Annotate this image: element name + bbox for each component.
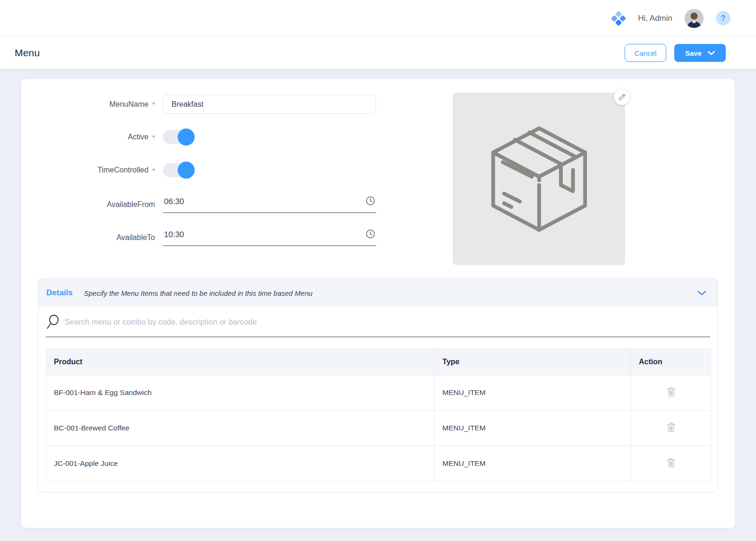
trash-icon [667, 458, 675, 467]
trash-icon [667, 387, 675, 396]
availableto-value[interactable]: 10:30 [163, 229, 376, 245]
table-row: JC-001-Apple Juice MENU_ITEM [46, 446, 711, 481]
save-button[interactable]: Save [674, 44, 726, 62]
clock-icon[interactable] [366, 196, 375, 207]
search-input[interactable] [65, 318, 710, 326]
cell-product: BF-001-Ham & Egg Sandwich [46, 375, 435, 411]
search-section [46, 307, 710, 337]
table-header-row: Product Type Action [46, 349, 711, 375]
availablefrom-label: AvailableFrom [107, 200, 155, 209]
page-header: Menu Cancel Save [0, 37, 756, 69]
details-subtitle: Specify the Menu Items that need to be i… [84, 289, 313, 297]
cell-product: JC-001-Apple Juice [46, 446, 435, 481]
cell-type: MENU_ITEM [435, 411, 631, 446]
field-row-availableto: AvailableTo 10:30 [21, 229, 395, 246]
page-title: Menu [15, 47, 40, 59]
availablefrom-field[interactable]: 06:30 [163, 196, 376, 213]
menu-image-placeholder [453, 93, 625, 265]
details-title[interactable]: Details [46, 288, 73, 298]
field-row-availablefrom: AvailableFrom 06:30 [21, 196, 395, 213]
delete-item-button[interactable] [667, 387, 675, 398]
content-area: MenuName * Active * TimeControlled * [0, 69, 756, 528]
trash-icon [667, 422, 675, 432]
clock-icon[interactable] [366, 229, 375, 240]
pencil-icon [618, 93, 626, 101]
required-marker: * [152, 134, 155, 141]
cancel-button[interactable]: Cancel [625, 44, 666, 62]
header-actions: Cancel Save [625, 44, 726, 62]
search-icon [46, 314, 61, 330]
collapse-chevron-icon[interactable] [697, 291, 706, 296]
user-avatar[interactable] [685, 9, 704, 28]
edit-image-button[interactable] [614, 89, 630, 105]
active-toggle[interactable] [163, 130, 194, 144]
timecontrolled-toggle[interactable] [163, 163, 194, 177]
cell-product: BC-001-Brewed Coffee [46, 411, 435, 446]
table-row: BC-001-Brewed Coffee MENU_ITEM [46, 411, 711, 446]
availablefrom-value[interactable]: 06:30 [163, 196, 376, 212]
column-header-type: Type [435, 349, 631, 375]
menu-items-table: Product Type Action BF-001-Ham & Egg San… [46, 349, 711, 481]
menuname-input[interactable] [163, 94, 376, 114]
field-row-menuname: MenuName * [21, 94, 395, 114]
availableto-label: AvailableTo [116, 233, 155, 242]
column-header-action: Action [631, 349, 711, 375]
timecontrolled-label: TimeControlled [97, 166, 148, 174]
column-header-product: Product [46, 349, 435, 375]
required-marker: * [152, 101, 155, 108]
chevron-down-icon [708, 51, 715, 55]
cell-type: MENU_ITEM [435, 446, 631, 481]
field-row-timecontrolled: TimeControlled * [21, 163, 395, 177]
avatar-image [685, 9, 704, 28]
active-label: Active [128, 133, 149, 141]
availableto-field[interactable]: 10:30 [163, 229, 376, 246]
delete-item-button[interactable] [667, 422, 675, 433]
details-header[interactable]: Details Specify the Menu Items that need… [38, 279, 718, 307]
apps-grid-icon[interactable] [611, 11, 626, 26]
user-greeting: Hi, Admin [638, 14, 672, 23]
menu-form-card: MenuName * Active * TimeControlled * [21, 79, 735, 528]
cell-type: MENU_ITEM [435, 375, 631, 411]
menu-form: MenuName * Active * TimeControlled * [21, 94, 395, 246]
delete-item-button[interactable] [667, 458, 675, 469]
required-marker: * [152, 167, 155, 174]
field-row-active: Active * [21, 130, 395, 144]
topbar: Hi, Admin ? [0, 0, 756, 37]
help-icon[interactable]: ? [716, 11, 730, 26]
package-icon [479, 119, 600, 240]
menuname-label: MenuName [109, 100, 148, 109]
table-row: BF-001-Ham & Egg Sandwich MENU_ITEM [46, 375, 711, 411]
details-panel: Details Specify the Menu Items that need… [38, 278, 718, 493]
save-button-label: Save [685, 49, 702, 57]
